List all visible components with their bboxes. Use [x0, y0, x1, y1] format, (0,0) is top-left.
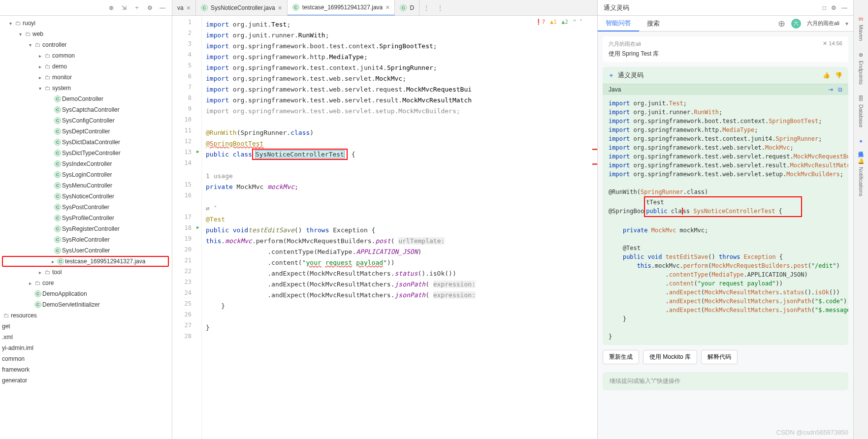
- tree-class-item[interactable]: CSysConfigController: [0, 115, 172, 126]
- tree-folder-resources[interactable]: 🗀resources: [0, 310, 172, 321]
- code-editor[interactable]: ❗7 ▲1 ▲2 ^ ˅ import org.junit.Test; impo…: [202, 16, 597, 439]
- run-gutter-icon[interactable]: ▶: [196, 224, 199, 230]
- toolstrip-tongyi[interactable]: ✦通义灵码: [857, 137, 865, 147]
- tree-label: ruoyi: [23, 20, 35, 27]
- copy-icon[interactable]: ⧉: [838, 86, 842, 93]
- project-toolbar: ⊕ ⇲ ÷ ⚙ —: [0, 0, 172, 16]
- tree-node-generator[interactable]: generator: [0, 375, 172, 386]
- tree-class-item[interactable]: CSysDictDataController: [0, 137, 172, 148]
- tab-testcase[interactable]: Ctestcase_1699512941327.java×: [288, 0, 395, 16]
- error-count: 7: [542, 19, 546, 25]
- tree-label: SysIndexController: [62, 160, 112, 167]
- tab-search[interactable]: 搜索: [639, 16, 668, 31]
- tree-class-item[interactable]: CSysRegisterController: [0, 223, 172, 234]
- tree-label: testcase_1699512941327.java: [65, 258, 145, 265]
- tree-class-item[interactable]: CSysDictTypeController: [0, 148, 172, 158]
- toolstrip-endpoints[interactable]: ⊕Endpoints: [857, 51, 865, 85]
- tree-node-framework[interactable]: framework: [0, 364, 172, 375]
- gear-icon[interactable]: ⚙: [145, 3, 154, 12]
- tree-class-item[interactable]: CSysLoginController: [0, 169, 172, 180]
- thumbs-up-icon[interactable]: 👍: [823, 72, 830, 79]
- code-block[interactable]: import org.junit.Test; import org.junit.…: [603, 95, 848, 345]
- tree-class-item[interactable]: CSysProfileController: [0, 213, 172, 223]
- close-icon[interactable]: ×: [278, 4, 282, 12]
- tree-label: DemoApplication: [42, 290, 87, 297]
- tree-folder-common[interactable]: ▸🗀common: [0, 50, 172, 61]
- error-stripe[interactable]: [591, 16, 597, 439]
- tree-label: web: [32, 31, 43, 37]
- close-icon[interactable]: ×: [187, 4, 191, 12]
- class-icon: C: [292, 4, 299, 11]
- project-tree-panel: ⊕ ⇲ ÷ ⚙ — ▾🗀ruoyi ▾🗀web ▾🗀controller ▸🗀c…: [0, 0, 172, 439]
- tree-class-item[interactable]: CSysDeptController: [0, 126, 172, 137]
- use-mockito-button[interactable]: 使用 Mockito 库: [643, 350, 697, 364]
- tree-label: generator: [2, 377, 27, 384]
- toolstrip-database[interactable]: 🗄Database: [857, 94, 865, 127]
- tree-class-item[interactable]: CSysNoticeController: [0, 191, 172, 202]
- expand-icon[interactable]: ⇲: [120, 3, 129, 12]
- new-chat-icon[interactable]: ⊕: [778, 18, 785, 29]
- tree-class-item[interactable]: CSysPostController: [0, 202, 172, 213]
- tree-label: SysConfigController: [62, 117, 115, 124]
- tree-folder-system[interactable]: ▾🗀system: [0, 83, 172, 94]
- tab-overflow-icon[interactable]: ⋮: [419, 4, 433, 11]
- tab-qa[interactable]: 智能问答: [598, 16, 639, 31]
- tree-class-item[interactable]: CSysUserController: [0, 245, 172, 256]
- ai-chat-content[interactable]: 六月的雨在ali✕ 14:56 使用 Spring Test 库 ✦通义灵码 👍…: [598, 31, 853, 439]
- weak-count: 2: [565, 19, 568, 25]
- tree-node-iml[interactable]: yi-admin.iml: [0, 343, 172, 353]
- explain-code-button[interactable]: 解释代码: [701, 350, 738, 364]
- tree-node-xml[interactable]: .xml: [0, 332, 172, 343]
- minimize-icon[interactable]: —: [841, 4, 847, 11]
- expand-icon[interactable]: □: [823, 4, 826, 11]
- tree-class-item[interactable]: CSysMenuController: [0, 180, 172, 191]
- tree-folder-web[interactable]: ▾🗀web: [0, 29, 172, 39]
- chat-input[interactable]: 继续提问或输入"/"快捷操作: [603, 372, 848, 390]
- tab-more-icon[interactable]: ⋮: [433, 4, 447, 11]
- tree-class-servletinit[interactable]: CDemoServletInitializer: [0, 299, 172, 310]
- tree-folder-monitor[interactable]: ▸🗀monitor: [0, 72, 172, 83]
- tab-d[interactable]: CD: [395, 0, 419, 16]
- tree-class-demoapp[interactable]: CDemoApplication: [0, 288, 172, 299]
- editor-tabs: va× CSysNoticeController.java× Ctestcase…: [172, 0, 597, 16]
- thumbs-down-icon[interactable]: 👎: [835, 72, 842, 79]
- editor-area: va× CSysNoticeController.java× Ctestcase…: [172, 0, 597, 439]
- tree-file-testcase[interactable]: ▸Ctestcase_1699512941327.java: [2, 256, 169, 267]
- tree-node-commonf[interactable]: common: [0, 353, 172, 364]
- project-tree[interactable]: ▾🗀ruoyi ▾🗀web ▾🗀controller ▸🗀common ▸🗀de…: [0, 16, 172, 439]
- gear-icon[interactable]: ⚙: [831, 4, 836, 11]
- tree-class-item[interactable]: CSysCaptchaController: [0, 104, 172, 115]
- tree-folder-core[interactable]: ▸🗀core: [0, 278, 172, 288]
- tree-label: SysRoleController: [62, 236, 110, 243]
- avatar[interactable]: 六: [791, 19, 801, 29]
- toolstrip-maven[interactable]: mMaven: [857, 15, 865, 41]
- close-icon[interactable]: ×: [386, 3, 389, 11]
- tree-label: common: [2, 355, 25, 362]
- locate-icon[interactable]: ⊕: [107, 3, 116, 12]
- tree-label: SysUserController: [62, 247, 110, 254]
- insert-icon[interactable]: ⇥: [828, 86, 833, 93]
- minimize-icon[interactable]: —: [158, 3, 167, 12]
- tree-class-item[interactable]: CSysIndexController: [0, 158, 172, 169]
- tree-class-item[interactable]: CSysRoleController: [0, 234, 172, 245]
- tree-folder-controller[interactable]: ▾🗀controller: [0, 39, 172, 50]
- tree-folder-tool[interactable]: ▸🗀tool: [0, 267, 172, 278]
- toolstrip-notifications[interactable]: 🔔Notifications: [857, 157, 865, 196]
- chevron-down-icon[interactable]: ▾: [845, 20, 848, 27]
- tree-folder-ruoyi[interactable]: ▾🗀ruoyi: [0, 18, 172, 29]
- inspection-indicators[interactable]: ❗7 ▲1 ▲2 ^ ˅: [535, 19, 582, 25]
- tree-label: SysDeptController: [62, 128, 110, 135]
- tab-sysnoticecontroller[interactable]: CSysNoticeController.java×: [196, 0, 288, 16]
- tree-label: DemoServletInitializer: [42, 301, 100, 308]
- tree-label: SysProfileController: [62, 215, 114, 221]
- run-gutter-icon[interactable]: ▶: [196, 149, 199, 154]
- tree-class-item[interactable]: CDemoController: [0, 94, 172, 104]
- tree-folder-demo[interactable]: ▸🗀demo: [0, 61, 172, 72]
- tree-label: SysDictDataController: [62, 139, 120, 146]
- username: 六月的雨在ali: [807, 20, 839, 27]
- tab-va[interactable]: va×: [172, 0, 196, 16]
- collapse-icon[interactable]: ÷: [132, 3, 141, 12]
- tree-node-get[interactable]: get: [0, 321, 172, 332]
- gutter: 123 456 789 101112 13▶ 1415 1617 18▶ 192…: [172, 16, 202, 439]
- regenerate-button[interactable]: 重新生成: [603, 350, 639, 364]
